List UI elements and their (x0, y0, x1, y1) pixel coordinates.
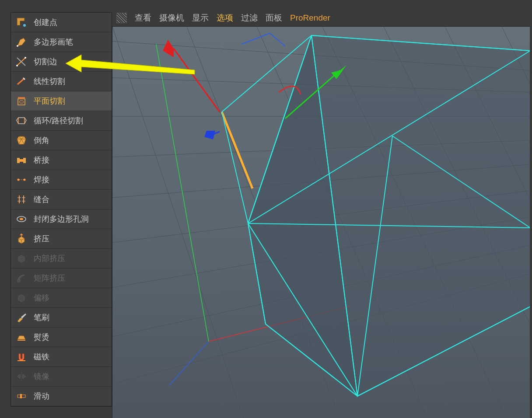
tool-label: 创建点 (34, 17, 57, 28)
tool-label: 笔刷 (34, 312, 49, 323)
tool-label: 磁铁 (34, 352, 49, 362)
svg-rect-25 (20, 394, 22, 398)
tool-label: 封闭多边形孔洞 (34, 214, 89, 224)
tool-label: 多边形画笔 (34, 37, 73, 47)
tool-stitch-sew[interactable]: 缝合 (11, 190, 112, 209)
svg-point-11 (18, 179, 20, 181)
menu-options[interactable]: 选项 (217, 12, 233, 24)
hatch-icon[interactable] (116, 13, 127, 23)
tool-label: 偏移 (34, 293, 49, 303)
tool-label: 倒角 (34, 135, 49, 146)
tool-mirror[interactable]: 镜像 (11, 367, 112, 387)
svg-point-7 (19, 101, 24, 103)
menu-view[interactable]: 查看 (135, 12, 151, 24)
offset-icon (15, 292, 28, 304)
tool-label: 焊接 (34, 174, 49, 185)
magnet-icon (15, 351, 28, 363)
tool-iron[interactable]: 熨烫 (11, 327, 112, 347)
tool-extrude[interactable]: 挤压 (11, 229, 112, 249)
tool-label: 桥接 (34, 155, 49, 165)
tool-label: 缝合 (34, 194, 49, 205)
extrude-icon (15, 233, 28, 245)
svg-rect-9 (23, 158, 26, 163)
slide-icon (15, 390, 28, 402)
close-hole-icon (15, 213, 28, 225)
menu-prorender[interactable]: ProRender (290, 13, 330, 23)
svg-rect-8 (17, 158, 20, 163)
tool-loop-path-cut[interactable]: 循环/路径切割 (11, 111, 112, 131)
tool-weld[interactable]: 焊接 (11, 170, 112, 190)
tool-label: 切割边 (34, 56, 57, 67)
svg-point-12 (24, 179, 26, 181)
tool-label: 滑动 (34, 391, 49, 401)
stitch-icon (15, 193, 28, 206)
svg-point-5 (16, 65, 18, 66)
svg-point-21 (20, 218, 23, 220)
tool-label: 镜像 (34, 371, 49, 382)
create-point-icon (15, 16, 28, 28)
menu-panel[interactable]: 面板 (266, 12, 282, 24)
tool-bevel[interactable]: 倒角 (11, 131, 112, 150)
loop-cut-icon (15, 115, 28, 127)
tool-bridge[interactable]: 桥接 (11, 150, 112, 170)
poly-pen-icon (15, 36, 28, 48)
tool-label: 挤压 (34, 233, 49, 244)
iron-icon (15, 331, 28, 343)
tool-panel: 创建点 多边形画笔 切割边 线性切割 平面切割 循环/路径切割 (10, 12, 112, 407)
viewport-menu-bar: 查看 摄像机 显示 选项 过滤 面板 ProRender (112, 10, 532, 26)
svg-marker-0 (17, 18, 24, 25)
weld-icon (15, 174, 28, 186)
menu-display[interactable]: 显示 (192, 12, 209, 24)
bevel-icon (15, 134, 28, 146)
svg-point-6 (24, 57, 26, 59)
tool-cut-edge[interactable]: 切割边 (11, 52, 112, 72)
tool-label: 矩阵挤压 (34, 273, 65, 283)
tool-close-poly-hole[interactable]: 封闭多边形孔洞 (11, 209, 112, 229)
tool-label: 线性切割 (34, 76, 65, 87)
inner-extrude-icon (15, 252, 28, 265)
tool-label: 熨烫 (34, 332, 49, 342)
tool-brush[interactable]: 笔刷 (11, 308, 112, 327)
tool-label: 循环/路径切割 (34, 115, 83, 126)
line-cut-icon (15, 75, 28, 87)
plane-cut-icon (15, 95, 28, 107)
svg-rect-22 (18, 279, 20, 282)
viewport-scene (112, 27, 530, 418)
cut-edge-icon (15, 56, 28, 68)
svg-point-2 (17, 45, 18, 47)
tool-create-point[interactable]: 创建点 (11, 13, 112, 32)
mirror-icon (15, 370, 28, 383)
tool-plane-cut[interactable]: 平面切割 (11, 91, 112, 111)
tool-label: 内部挤压 (34, 253, 65, 264)
tool-slide[interactable]: 滑动 (11, 387, 112, 406)
menu-camera[interactable]: 摄像机 (159, 12, 184, 24)
tool-magnet[interactable]: 磁铁 (11, 347, 112, 367)
menu-filter[interactable]: 过滤 (241, 12, 258, 24)
svg-rect-10 (20, 159, 23, 162)
tool-poly-pen[interactable]: 多边形画笔 (11, 32, 112, 52)
bridge-icon (15, 154, 28, 166)
tool-offset[interactable]: 偏移 (11, 288, 112, 308)
tool-matrix-extrude[interactable]: 矩阵挤压 (11, 268, 112, 288)
matrix-extrude-icon (15, 272, 28, 284)
perspective-viewport[interactable]: 透视视图 (112, 26, 530, 418)
brush-icon (15, 311, 28, 324)
tool-line-cut[interactable]: 线性切割 (11, 72, 112, 91)
svg-point-1 (23, 24, 26, 27)
tool-label: 平面切割 (34, 96, 65, 106)
tool-inner-extrude[interactable]: 内部挤压 (11, 249, 112, 268)
